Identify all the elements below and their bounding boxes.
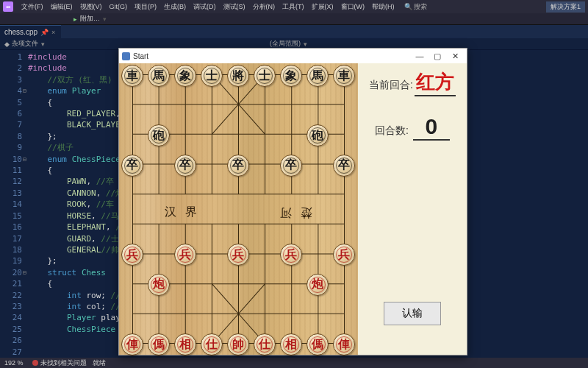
toolbar: ▸ 附加… ▾ — [0, 13, 588, 25]
turn-value: 红方 — [415, 69, 456, 96]
minimize-button[interactable]: ― — [411, 49, 429, 63]
chess-piece[interactable]: 兵 — [174, 244, 196, 266]
error-icon — [32, 360, 38, 366]
title-bar[interactable]: Start ― ▢ ✕ — [119, 49, 467, 63]
attach-button[interactable]: 附加… — [80, 14, 100, 24]
menu-item[interactable]: 工具(T) — [279, 3, 308, 10]
menu-item[interactable]: 扩展(X) — [308, 3, 337, 10]
chess-piece[interactable]: 仕 — [201, 333, 223, 355]
menu-item[interactable]: 项目(P) — [131, 3, 160, 10]
ready-status: 就绪 — [93, 358, 106, 368]
side-panel: 当前回合: 红方 回合数: 0 认输 — [358, 63, 467, 355]
chess-piece[interactable]: 傌 — [306, 333, 329, 355]
chess-piece[interactable]: 兵 — [121, 244, 143, 266]
menu-item[interactable]: 窗口(W) — [337, 3, 369, 10]
chess-piece[interactable]: 相 — [174, 333, 196, 355]
window-title: Start — [133, 52, 411, 60]
solution-dropdown[interactable]: 解决方案1 — [546, 1, 585, 13]
chess-piece[interactable]: 相 — [280, 333, 302, 355]
chess-piece[interactable]: 炮 — [148, 274, 170, 296]
vs-logo-icon: ∞ — [3, 1, 13, 12]
zoom-level[interactable]: 192 % — [4, 359, 24, 367]
chess-board[interactable]: 汉界楚河 車馬象士將士象馬車砲砲卒卒卒卒卒兵兵兵兵兵炮炮俥傌相仕帥仕相傌俥 — [119, 63, 358, 355]
game-window: Start ― ▢ ✕ — [118, 48, 467, 355]
status-bar: 192 % 未找到相关问题 就绪 — [0, 358, 588, 368]
chess-piece[interactable]: 兵 — [227, 244, 249, 266]
chess-piece[interactable]: 象 — [280, 65, 302, 87]
chevron-down-icon[interactable]: ▾ — [103, 15, 107, 23]
chess-piece[interactable]: 兵 — [280, 244, 302, 266]
chess-piece[interactable]: 傌 — [148, 333, 170, 355]
turn-label: 当前回合: — [369, 79, 413, 92]
chess-piece[interactable]: 帥 — [227, 333, 249, 355]
misc-files-icon: ◆ — [4, 40, 10, 48]
chess-piece[interactable]: 馬 — [148, 65, 170, 87]
menu-item[interactable]: 编辑(E) — [47, 3, 76, 10]
menu-item[interactable]: 分析(N) — [249, 3, 279, 10]
maximize-button[interactable]: ▢ — [429, 49, 446, 63]
chess-piece[interactable]: 炮 — [306, 274, 329, 296]
chess-piece[interactable]: 卒 — [121, 155, 143, 177]
app-icon — [122, 52, 130, 60]
chess-piece[interactable]: 兵 — [333, 244, 355, 266]
chess-piece[interactable]: 砲 — [306, 124, 329, 146]
chess-piece[interactable]: 士 — [201, 65, 223, 87]
menu-item[interactable]: 视图(V) — [76, 3, 106, 10]
menu-item[interactable]: 测试(S) — [220, 3, 249, 10]
chess-piece[interactable]: 仕 — [254, 333, 276, 355]
menu-item[interactable]: 调试(D) — [190, 3, 220, 10]
tab-chess-cpp[interactable]: chess.cpp 📌 × — [0, 25, 61, 38]
chess-piece[interactable]: 卒 — [227, 155, 249, 177]
chess-piece[interactable]: 砲 — [148, 124, 170, 146]
tab-row: chess.cpp 📌 × — [0, 25, 588, 38]
chess-piece[interactable]: 象 — [174, 65, 196, 87]
chess-piece[interactable]: 車 — [121, 65, 143, 87]
pin-icon[interactable]: 📌 — [40, 29, 49, 36]
tab-label: chess.cpp — [4, 28, 37, 36]
menu-item[interactable]: 生成(B) — [160, 3, 190, 10]
scope-left[interactable]: 杂项文件 — [12, 39, 38, 49]
close-icon[interactable]: × — [51, 29, 55, 36]
river-label: 汉界楚河 — [132, 199, 345, 225]
chess-piece[interactable]: 卒 — [333, 155, 355, 177]
round-value: 0 — [413, 114, 450, 141]
menu-item[interactable]: 帮助(H) — [368, 3, 398, 10]
play-icon[interactable]: ▸ — [74, 15, 77, 23]
chess-piece[interactable]: 馬 — [306, 65, 329, 87]
concede-button[interactable]: 认输 — [384, 302, 441, 325]
search-box[interactable]: 🔍 搜索 — [404, 2, 428, 12]
chess-piece[interactable]: 卒 — [280, 155, 302, 177]
chess-piece[interactable]: 卒 — [174, 155, 196, 177]
chevron-down-icon[interactable]: ▾ — [304, 40, 307, 48]
menu-bar: ∞ 文件(F)编辑(E)视图(V)Git(G)项目(P)生成(B)调试(D)测试… — [0, 0, 588, 13]
menu-item[interactable]: Git(G) — [106, 3, 132, 10]
round-label: 回合数: — [375, 124, 409, 138]
menu-item[interactable]: 文件(F) — [18, 3, 47, 10]
close-button[interactable]: ✕ — [446, 49, 464, 63]
chess-piece[interactable]: 俥 — [121, 333, 143, 355]
error-status[interactable]: 未找到相关问题 — [32, 358, 87, 368]
chess-piece[interactable]: 士 — [254, 65, 276, 87]
chess-piece[interactable]: 俥 — [333, 333, 355, 355]
chess-piece[interactable]: 車 — [333, 65, 355, 87]
chevron-down-icon[interactable]: ▾ — [41, 40, 45, 48]
chess-piece[interactable]: 將 — [227, 65, 249, 87]
